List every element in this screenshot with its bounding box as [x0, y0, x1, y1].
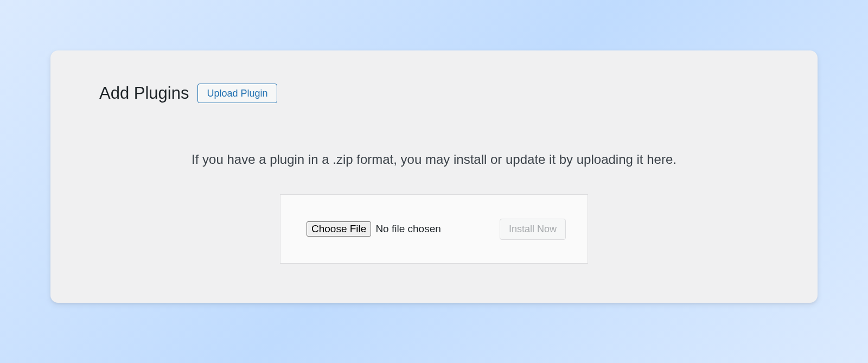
header-row: Add Plugins Upload Plugin [99, 83, 769, 103]
file-chosen-status: No file chosen [375, 223, 441, 235]
upload-form-box: Choose File No file chosen Install Now [280, 194, 588, 264]
file-input-group: Choose File No file chosen [307, 221, 441, 237]
add-plugins-panel: Add Plugins Upload Plugin If you have a … [50, 50, 818, 303]
page-title: Add Plugins [99, 83, 189, 103]
upload-plugin-button[interactable]: Upload Plugin [197, 84, 277, 103]
install-now-button[interactable]: Install Now [500, 219, 566, 240]
choose-file-button[interactable]: Choose File [307, 221, 371, 237]
upload-instruction-text: If you have a plugin in a .zip format, y… [99, 152, 769, 167]
